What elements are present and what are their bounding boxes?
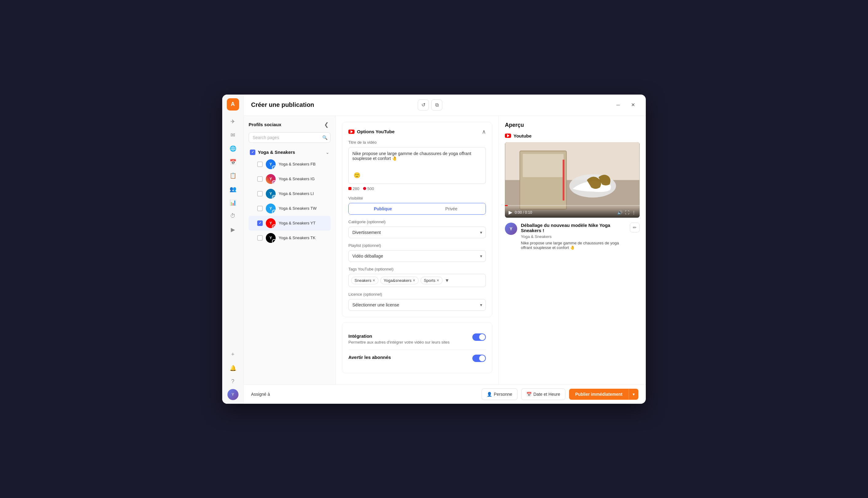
more-options-icon[interactable]: ⋮ <box>632 210 636 215</box>
main-panel: Options YouTube ∧ Titre de la vidéo Nike… <box>336 116 498 384</box>
group-header[interactable]: Yoga & Sneakers ⌄ <box>249 148 331 157</box>
badge-yt: ▶ <box>272 224 276 228</box>
sidebar-header: Profils sociaux ❮ <box>249 121 331 129</box>
preview-edit-button[interactable]: ✏ <box>630 223 640 233</box>
profile-item-tw[interactable]: Y t Yoga & Sneakers TW <box>249 201 331 216</box>
user-avatar[interactable]: Y <box>227 389 239 400</box>
search-input[interactable] <box>249 132 331 143</box>
pin-char-count: 500 <box>363 186 374 191</box>
publish-dropdown-button[interactable]: ▾ <box>629 389 638 400</box>
notify-title: Avertir les abonnés <box>348 355 391 360</box>
nav-video[interactable]: ▶ <box>227 223 239 236</box>
nav-posts[interactable]: 📋 <box>227 170 239 182</box>
embed-toggle[interactable] <box>472 333 486 341</box>
nav-send[interactable]: ✈ <box>227 116 239 128</box>
visibility-public-btn[interactable]: Publique <box>349 203 417 214</box>
category-field: Catégorie (optionnel) Divertissement Spo… <box>348 220 486 238</box>
profile-item-li[interactable]: Y in Yoga & Sneakers LI <box>249 186 331 201</box>
video-title-input[interactable]: Nike propose une large gamme de chaussur… <box>352 151 482 170</box>
avatar-tw: Y t <box>266 204 276 213</box>
person-label: Personne <box>494 392 512 397</box>
group-checkbox[interactable] <box>250 149 255 155</box>
category-select[interactable]: Divertissement Sports Musique Jeux <box>348 226 486 238</box>
visibility-toggle: Publique Privée <box>348 203 486 214</box>
search-box: 🔍 <box>249 132 331 143</box>
copy-button[interactable]: ⧉ <box>431 100 442 110</box>
preview-description: Nike propose une large gamme de chaussur… <box>521 241 626 250</box>
char-counts: 280 500 <box>348 186 486 191</box>
profile-item-fb[interactable]: Y f Yoga & Sneakers FB <box>249 157 331 172</box>
nav-add[interactable]: + <box>227 349 239 361</box>
profile-item-ig[interactable]: Y ig Yoga & Sneakers IG <box>249 172 331 186</box>
playlist-field: Playlist (optionnel) Vidéo déballage Rev… <box>348 243 486 262</box>
video-title-label: Titre de la vidéo <box>348 140 486 145</box>
profile-checkbox-fb[interactable] <box>257 161 263 167</box>
modal-body: Profils sociaux ❮ 🔍 Yoga & Sneakers ⌄ <box>244 116 646 384</box>
badge-tw: t <box>272 210 276 213</box>
section-title: Options YouTube <box>348 129 395 134</box>
volume-icon[interactable]: 🔊 <box>617 210 623 215</box>
preview-text-info: Déballage du nouveau modèle Nike Yoga Sn… <box>521 223 626 250</box>
nav-team[interactable]: 👥 <box>227 183 239 195</box>
tag-yoga-label: Yoga&sneakers <box>384 278 412 283</box>
tag-yoga: Yoga&sneakers × <box>380 277 419 284</box>
license-field: Licence (optionnel) Sélectionner une lic… <box>348 292 486 311</box>
preview-panel: Aperçu Youtube <box>498 116 646 384</box>
close-button[interactable]: ✕ <box>627 100 638 110</box>
license-select[interactable]: Sélectionner une license Standard YouTub… <box>348 299 486 311</box>
undo-button[interactable]: ↺ <box>418 100 429 110</box>
minimize-button[interactable]: ─ <box>613 100 624 110</box>
tag-sneakers-remove[interactable]: × <box>373 278 375 283</box>
profile-checkbox-li[interactable] <box>257 191 263 197</box>
person-icon: 👤 <box>487 392 492 397</box>
date-time-button[interactable]: 📅 Date et Heure <box>521 389 565 400</box>
tags-dropdown-btn[interactable]: ▾ <box>444 277 450 284</box>
nav-analytics[interactable]: 📊 <box>227 197 239 209</box>
embed-desc: Permettre aux autres d'intégrer votre vi… <box>348 340 450 344</box>
profile-checkbox-yt[interactable] <box>257 221 263 226</box>
person-button[interactable]: 👤 Personne <box>482 389 518 400</box>
profile-checkbox-ig[interactable] <box>257 176 263 182</box>
yt-count-dot <box>348 187 351 190</box>
profile-name-li: Yoga & Sneakers LI <box>279 191 314 196</box>
sidebar-collapse-button[interactable]: ❮ <box>322 121 331 129</box>
tag-yoga-remove[interactable]: × <box>413 278 415 283</box>
nav-calendar[interactable]: 📅 <box>227 156 239 168</box>
nav-inbox[interactable]: ✉ <box>227 129 239 141</box>
fullscreen-icon[interactable]: ⛶ <box>625 210 629 215</box>
yt-char-count: 280 <box>348 186 359 191</box>
playlist-select-wrapper: Vidéo déballage Reviews Tutoriels ▾ <box>348 250 486 262</box>
profile-item-tk[interactable]: Y ♪ Yoga & Sneakers TK <box>249 231 331 245</box>
nav-timer[interactable]: ⏱ <box>227 210 239 222</box>
tag-sports-remove[interactable]: × <box>437 278 439 283</box>
visibility-row: Visibilité Publique Privée <box>348 196 486 214</box>
video-preview: ▶ 0:00 / 0:10 🔊 ⛶ ⋮ <box>505 142 640 218</box>
modal-footer: Assigné à 👤 Personne 📅 Date et Heure Pub… <box>244 384 646 404</box>
sidebar-title: Profils sociaux <box>249 122 281 127</box>
profile-checkbox-tw[interactable] <box>257 206 263 211</box>
notify-toggle[interactable] <box>472 355 486 362</box>
publish-button-group: Publier immédiatement ▾ <box>569 389 638 400</box>
avatar-fb: Y f <box>266 159 276 169</box>
nav-help[interactable]: ? <box>227 376 239 388</box>
visibility-private-btn[interactable]: Privée <box>417 203 485 214</box>
nav-notifications[interactable]: 🔔 <box>227 362 239 374</box>
nav-global[interactable]: 🌐 <box>227 143 239 155</box>
publish-main-button[interactable]: Publier immédiatement <box>569 389 629 400</box>
sidebar: Profils sociaux ❮ 🔍 Yoga & Sneakers ⌄ <box>244 116 336 384</box>
section-collapse-icon[interactable]: ∧ <box>482 128 486 135</box>
emoji-button[interactable]: 🙂 <box>352 171 362 180</box>
profile-item-yt[interactable]: Y ▶ Yoga & Sneakers YT <box>249 216 331 231</box>
video-progress-bar[interactable] <box>505 205 640 206</box>
search-icon: 🔍 <box>322 135 328 140</box>
license-select-wrapper: Sélectionner une license Standard YouTub… <box>348 299 486 311</box>
play-button[interactable]: ▶ <box>509 209 512 215</box>
tag-sneakers-label: Sneakers <box>355 278 371 283</box>
playlist-select[interactable]: Vidéo déballage Reviews Tutoriels <box>348 250 486 262</box>
tag-sneakers: Sneakers × <box>351 277 378 284</box>
video-thumbnail <box>505 142 640 218</box>
calendar-icon: 📅 <box>526 392 532 397</box>
embed-title: Intégration <box>348 333 450 339</box>
assigned-label: Assigné à <box>251 392 270 397</box>
profile-checkbox-tk[interactable] <box>257 235 263 241</box>
